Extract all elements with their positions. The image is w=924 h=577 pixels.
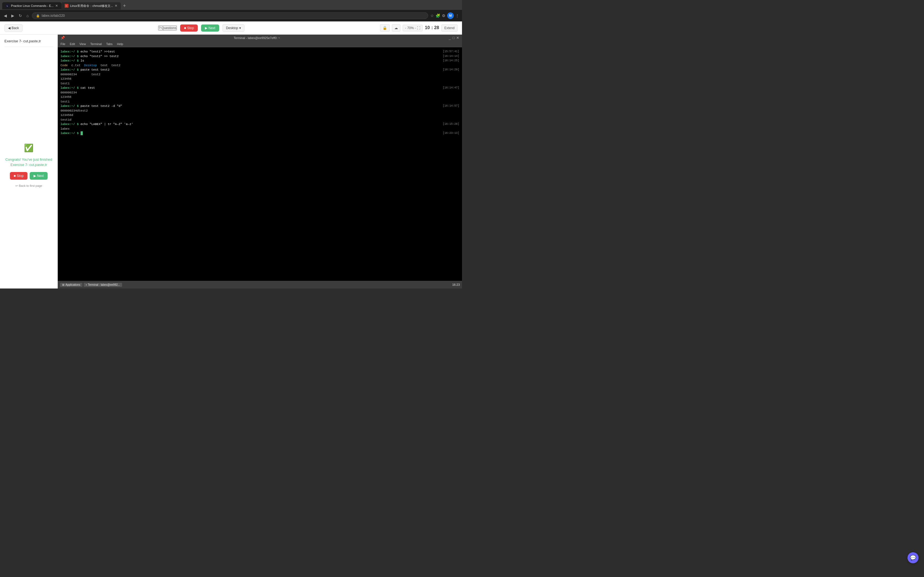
zoom-control[interactable]: - 70% - ⛶ (402, 25, 423, 31)
table-row: labex (60, 127, 459, 131)
extend-button[interactable]: Extend (441, 24, 457, 32)
terminal-body[interactable]: labex:~/ $ echo "test1" >>test [15:57:41… (58, 47, 462, 281)
terminal-menu: File Edit View Terminal Tabs Help (58, 41, 462, 47)
undo-icon: ↩ (15, 184, 18, 188)
back-icon: ◀ (8, 26, 10, 30)
menu-help[interactable]: Help (117, 42, 123, 47)
desktop-chevron-icon: ▾ (239, 26, 241, 30)
table-row: labex:~/ $ echo "test1" >>test [15:57:41… (60, 50, 459, 54)
terminal-minimize-icon[interactable]: _ (449, 36, 451, 40)
stop-sm-icon: ■ (14, 174, 16, 178)
new-tab-button[interactable]: + (121, 2, 128, 10)
back-to-first-link[interactable]: ↩ Back to first page (15, 184, 42, 188)
applications-icon: ⊞ (62, 283, 65, 286)
table-row: test1d (60, 118, 459, 122)
stop-icon: ■ (184, 26, 186, 30)
left-panel: Exercise 7- cut,paste,tr ✅ Congrats! You… (0, 35, 58, 288)
app-toolbar: ◀ Back ? Questions ■ Stop ▶ Next Desktop… (0, 21, 462, 35)
desktop-button[interactable]: Desktop ▾ (223, 24, 244, 32)
next-icon: ▶ (205, 26, 207, 30)
table-row: labex:~/ $ paste test test2 [16:14:29] (60, 68, 459, 72)
zoom-label: - 70% - (405, 26, 416, 30)
profile-avatar[interactable]: M (447, 12, 454, 19)
back-nav-button[interactable]: ◀ (3, 12, 8, 19)
success-text: Congrats! You've just finished Exercise … (5, 157, 53, 168)
home-button[interactable]: ⌂ (25, 12, 30, 19)
tab-label-chmod: Linux常用命令：chmod修改文... (70, 4, 113, 8)
next-button[interactable]: ▶ Next (201, 24, 219, 32)
tab-close-labex[interactable]: ✕ (55, 4, 58, 8)
menu-icon[interactable]: ⋮ (456, 13, 459, 18)
taskbar: ⊞ Applications ▪ Terminal - labex@ee992.… (58, 281, 462, 288)
table-row: test1 (60, 100, 459, 104)
fullscreen-icon: ⛶ (417, 26, 420, 30)
lock-button[interactable]: 🔒 (380, 24, 390, 32)
terminal-pin-icon[interactable]: 📌 (60, 36, 65, 40)
forward-nav-button[interactable]: ▶ (10, 12, 15, 19)
menu-view[interactable]: View (79, 42, 86, 47)
table-row: Code c.txt Desktop test test2 (60, 63, 459, 68)
reload-button[interactable]: ↻ (18, 12, 23, 19)
tab-close-chmod[interactable]: ✕ (115, 4, 118, 8)
taskbar-time: 16:23 (452, 283, 460, 286)
tab-labex[interactable]: L Practice Linux Commands - E... ✕ (2, 2, 61, 9)
menu-edit[interactable]: Edit (70, 42, 75, 47)
lock-icon: 🔒 (383, 26, 387, 30)
taskbar-applications[interactable]: ⊞ Applications (60, 283, 82, 287)
extensions-icon[interactable]: ⚙ (442, 13, 446, 18)
table-row: 123456d (60, 113, 459, 118)
table-row: labex:~/ $ echo "test2" >> test2 [16:14:… (60, 54, 459, 59)
back-button[interactable]: ◀ Back (5, 24, 23, 32)
menu-terminal[interactable]: Terminal (90, 42, 102, 47)
table-row: labex:~/ $ paste test test2 -d "d" [16:1… (60, 104, 459, 108)
next-button-sm[interactable]: ▶ Next (30, 172, 48, 180)
table-row: 000000234 (60, 90, 459, 95)
action-buttons: ■ Stop ▶ Next (10, 172, 48, 180)
next-sm-icon: ▶ (34, 174, 36, 178)
success-section: ✅ Congrats! You've just finished Exercis… (5, 47, 53, 284)
nav-right-icons: ☆ 🧩 ⚙ M ⋮ (430, 12, 459, 19)
terminal-title: Terminal - labex@ee9925e7eff0: ~ (234, 36, 280, 40)
exercise-title: Exercise 7- cut,paste,tr (5, 39, 53, 47)
taskbar-terminal[interactable]: ▪ Terminal - labex@ee992... (84, 283, 122, 287)
terminal-title-wrap: Terminal - labex@ee9925e7eff0: ~ (65, 36, 449, 40)
terminal-taskbar-icon: ▪ (86, 283, 87, 286)
stop-button-sm[interactable]: ■ Stop (10, 172, 27, 180)
address-bar[interactable]: 🔒 labex.io/lab/220 (32, 12, 428, 19)
extension-icon[interactable]: 🧩 (436, 13, 440, 18)
table-row: 000000234dtest2 (60, 108, 459, 113)
terminal-area: 📌 Terminal - labex@ee9925e7eff0: ~ _ □ ✕… (58, 35, 462, 288)
table-row: labex:~/ $ [16:23:13] (60, 131, 459, 136)
table-row: labex:~/ $ cat test [16:14:47] (60, 86, 459, 90)
terminal-controls: 📌 (60, 36, 65, 40)
terminal-close-icon[interactable]: ✕ (456, 36, 459, 40)
menu-file[interactable]: File (60, 42, 65, 47)
time-display: 10：28 (425, 25, 439, 31)
table-row: labex:~/ $ echo "LABEX" | tr "A-Z" 'a-z'… (60, 122, 459, 127)
table-row: 123456 (60, 77, 459, 81)
address-text: labex.io/lab/220 (42, 14, 65, 18)
tab-chmod[interactable]: C Linux常用命令：chmod修改文... ✕ (61, 2, 121, 10)
tab-icon-labex: L (5, 4, 9, 8)
terminal-titlebar: 📌 Terminal - labex@ee9925e7eff0: ~ _ □ ✕ (58, 35, 462, 41)
main-content: Exercise 7- cut,paste,tr ✅ Congrats! You… (0, 35, 462, 288)
success-icon: ✅ (24, 143, 34, 153)
table-row: labex:~/ $ ls [16:14:25] (60, 58, 459, 63)
cursor (81, 131, 83, 135)
table-row: 123456 (60, 95, 459, 100)
stop-button[interactable]: ■ Stop (180, 24, 198, 32)
tab-icon-chmod: C (65, 4, 68, 8)
toolbar-right: 🔒 ☁ - 70% - ⛶ 10：28 Extend (380, 24, 457, 32)
table-row: test1 (60, 81, 459, 86)
cloud-icon: ☁ (394, 26, 398, 30)
terminal-maximize-icon[interactable]: □ (452, 36, 455, 40)
cloud-button[interactable]: ☁ (392, 24, 401, 32)
table-row: 000000234 test2 (60, 72, 459, 77)
menu-tabs[interactable]: Tabs (106, 42, 113, 47)
bookmark-icon[interactable]: ☆ (430, 13, 434, 18)
tab-label-labex: Practice Linux Commands - E... (11, 4, 53, 7)
questions-button[interactable]: ? Questions (158, 26, 177, 31)
